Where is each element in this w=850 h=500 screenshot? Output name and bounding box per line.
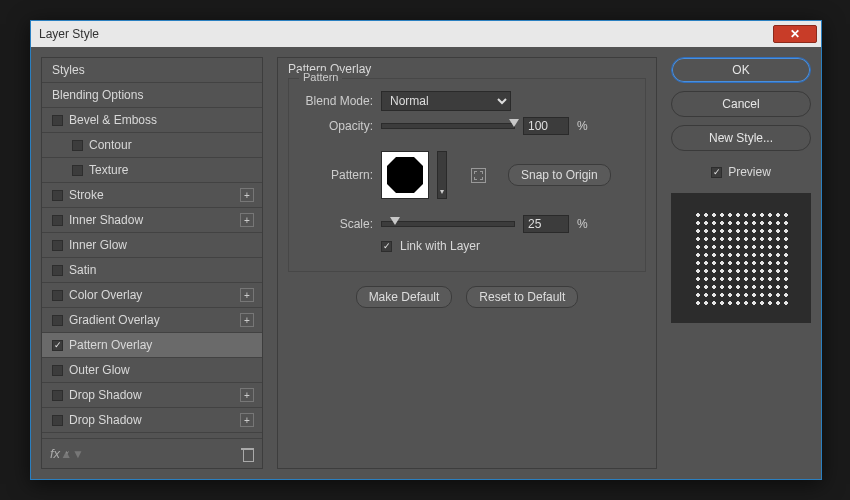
effect-checkbox[interactable] [52,365,63,376]
new-style-button[interactable]: New Style... [671,125,811,151]
add-effect-icon[interactable]: + [240,288,254,302]
preview-checkbox[interactable] [711,167,722,178]
titlebar[interactable]: Layer Style ✕ [31,21,821,47]
effect-label: Pattern Overlay [69,338,152,352]
effect-checkbox[interactable] [52,190,63,201]
effect-label: Color Overlay [69,288,142,302]
sidebar-item-inner-glow[interactable]: Inner Glow [42,233,262,258]
pattern-picker-chevron-icon[interactable]: ▾ [437,151,447,199]
effect-checkbox[interactable] [52,290,63,301]
add-effect-icon[interactable]: + [240,188,254,202]
opacity-unit: % [577,119,588,133]
effect-checkbox[interactable] [72,140,83,151]
sidebar-item-color-overlay[interactable]: Color Overlay+ [42,283,262,308]
effect-label: Drop Shadow [69,413,142,427]
opacity-input[interactable] [523,117,569,135]
ok-button[interactable]: OK [671,57,811,83]
sidebar-item-stroke[interactable]: Stroke+ [42,183,262,208]
effect-label: Contour [89,138,132,152]
effect-label: Drop Shadow [69,388,142,402]
scale-slider[interactable] [381,221,515,227]
sidebar-item-drop-shadow[interactable]: Drop Shadow+ [42,408,262,433]
sidebar-item-satin[interactable]: Satin [42,258,262,283]
sidebar-item-inner-shadow[interactable]: Inner Shadow+ [42,208,262,233]
effect-label: Inner Glow [69,238,127,252]
reset-to-default-button[interactable]: Reset to Default [466,286,578,308]
scale-label: Scale: [303,217,373,231]
move-down-icon[interactable]: ▼ [72,447,84,461]
effect-checkbox[interactable] [52,215,63,226]
effect-label: Inner Shadow [69,213,143,227]
pattern-swatch[interactable] [381,151,429,199]
sidebar-item-bevel-emboss[interactable]: Bevel & Emboss [42,108,262,133]
trash-icon[interactable] [241,447,254,461]
effect-label: Styles [52,63,85,77]
effect-checkbox[interactable] [52,315,63,326]
layer-style-dialog: Layer Style ✕ StylesBlending OptionsBeve… [30,20,822,480]
blend-mode-select[interactable]: Normal [381,91,511,111]
main-panel: Pattern Overlay Pattern Blend Mode: Norm… [277,57,657,469]
effect-label: Satin [69,263,96,277]
scale-input[interactable] [523,215,569,233]
create-pattern-icon[interactable] [471,168,486,183]
sidebar-item-blending-options[interactable]: Blending Options [42,83,262,108]
sidebar-item-drop-shadow[interactable]: Drop Shadow+ [42,383,262,408]
sidebar-item-gradient-overlay[interactable]: Gradient Overlay+ [42,308,262,333]
effect-checkbox[interactable] [52,390,63,401]
link-with-layer-checkbox[interactable] [381,241,392,252]
opacity-slider[interactable] [381,123,515,129]
effect-label: Outer Glow [69,363,130,377]
sidebar-footer: fx ▲ ▼ [42,438,262,468]
effect-checkbox[interactable] [52,265,63,276]
snap-to-origin-button[interactable]: Snap to Origin [508,164,611,186]
effect-label: Texture [89,163,128,177]
add-effect-icon[interactable]: + [240,388,254,402]
sidebar-item-texture[interactable]: Texture [42,158,262,183]
sidebar-item-pattern-overlay[interactable]: Pattern Overlay [42,333,262,358]
close-button[interactable]: ✕ [773,25,817,43]
opacity-label: Opacity: [303,119,373,133]
cancel-button[interactable]: Cancel [671,91,811,117]
add-effect-icon[interactable]: + [240,413,254,427]
scale-unit: % [577,217,588,231]
right-buttons: OK Cancel New Style... Preview [671,57,811,469]
make-default-button[interactable]: Make Default [356,286,453,308]
add-effect-icon[interactable]: + [240,213,254,227]
effect-checkbox[interactable] [52,340,63,351]
window-title: Layer Style [39,27,99,41]
sidebar-item-outer-glow[interactable]: Outer Glow [42,358,262,383]
preview-label: Preview [728,165,771,179]
effect-checkbox[interactable] [72,165,83,176]
sidebar-item-contour[interactable]: Contour [42,133,262,158]
blend-mode-label: Blend Mode: [303,94,373,108]
group-legend: Pattern [299,71,342,83]
effect-label: Blending Options [52,88,143,102]
effect-checkbox[interactable] [52,415,63,426]
effect-checkbox[interactable] [52,115,63,126]
effect-label: Gradient Overlay [69,313,160,327]
effects-sidebar: StylesBlending OptionsBevel & EmbossCont… [41,57,263,469]
fx-menu-icon[interactable]: fx [50,446,60,461]
close-icon: ✕ [790,27,800,41]
preview-thumbnail [671,193,811,323]
effect-label: Stroke [69,188,104,202]
pattern-group: Pattern Blend Mode: Normal Opacity: % [288,78,646,272]
sidebar-item-styles[interactable]: Styles [42,58,262,83]
effect-label: Bevel & Emboss [69,113,157,127]
add-effect-icon[interactable]: + [240,313,254,327]
effect-checkbox[interactable] [52,240,63,251]
link-with-layer-label: Link with Layer [400,239,480,253]
preview-pattern [694,211,788,305]
pattern-label: Pattern: [303,168,373,182]
